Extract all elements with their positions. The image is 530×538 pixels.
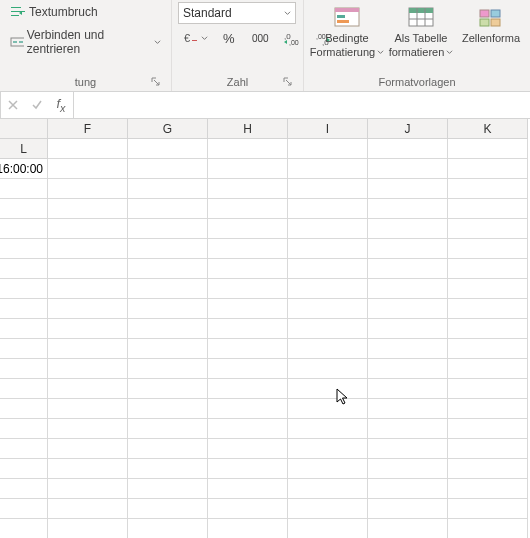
cell[interactable] (288, 299, 368, 319)
cell[interactable] (448, 439, 528, 459)
column-header[interactable]: G (128, 119, 208, 139)
cell[interactable] (208, 399, 288, 419)
cell[interactable] (128, 379, 208, 399)
cell[interactable] (368, 319, 448, 339)
cell[interactable] (368, 299, 448, 319)
cell[interactable] (208, 459, 288, 479)
cell[interactable] (48, 419, 128, 439)
cell[interactable] (48, 519, 128, 538)
row-header[interactable] (48, 459, 128, 479)
cell[interactable] (128, 359, 208, 379)
alignment-launcher[interactable] (149, 75, 163, 89)
cell[interactable] (288, 139, 368, 159)
cell[interactable] (0, 239, 48, 259)
cell[interactable] (0, 399, 48, 419)
cell[interactable] (48, 319, 128, 339)
cell[interactable] (128, 259, 208, 279)
row-header[interactable] (128, 159, 208, 179)
cell[interactable] (48, 259, 128, 279)
cell[interactable] (48, 199, 128, 219)
cell[interactable] (128, 499, 208, 519)
cell[interactable] (448, 339, 528, 359)
cell[interactable] (448, 519, 528, 538)
row-header[interactable] (288, 519, 368, 538)
cell[interactable] (0, 519, 48, 538)
cell[interactable] (448, 139, 528, 159)
row-header[interactable] (368, 219, 448, 239)
cell[interactable] (288, 439, 368, 459)
cell[interactable] (208, 439, 288, 459)
insert-function-button[interactable]: fx (49, 93, 73, 118)
cell[interactable] (208, 239, 288, 259)
cell[interactable] (448, 459, 528, 479)
cell[interactable] (128, 239, 208, 259)
cell[interactable] (448, 479, 528, 499)
cell[interactable] (448, 419, 528, 439)
row-header[interactable] (448, 399, 528, 419)
cell[interactable]: 16:00:00 (0, 159, 48, 179)
cell[interactable] (48, 279, 128, 299)
cell[interactable] (0, 179, 48, 199)
cell[interactable] (0, 479, 48, 499)
column-header[interactable]: K (448, 119, 528, 139)
cell[interactable] (368, 279, 448, 299)
cell[interactable] (288, 339, 368, 359)
cell[interactable] (208, 219, 288, 239)
cell[interactable] (128, 279, 208, 299)
cell[interactable] (48, 359, 128, 379)
cell[interactable] (128, 519, 208, 538)
cell[interactable] (448, 299, 528, 319)
cancel-formula-button[interactable] (1, 93, 25, 118)
row-header[interactable] (448, 239, 528, 259)
cell[interactable] (128, 399, 208, 419)
column-header[interactable]: L (0, 139, 48, 159)
cell[interactable] (208, 159, 288, 179)
merge-center-button[interactable]: Verbinden und zentrieren (6, 26, 146, 58)
row-header[interactable] (0, 279, 48, 299)
cell[interactable] (288, 479, 368, 499)
cell[interactable] (208, 379, 288, 399)
cell[interactable] (288, 419, 368, 439)
cell[interactable] (368, 139, 448, 159)
cell[interactable] (368, 339, 448, 359)
column-header[interactable]: H (208, 119, 288, 139)
cell[interactable] (208, 139, 288, 159)
cell[interactable] (0, 219, 48, 239)
cell[interactable] (288, 319, 368, 339)
cell[interactable] (448, 499, 528, 519)
cell[interactable] (368, 459, 448, 479)
row-header[interactable] (368, 379, 448, 399)
cell[interactable] (288, 259, 368, 279)
cell[interactable] (448, 359, 528, 379)
row-header[interactable] (208, 339, 288, 359)
cell[interactable] (128, 439, 208, 459)
cell[interactable] (0, 419, 48, 439)
cell[interactable] (368, 479, 448, 499)
conditional-formatting-button[interactable]: Bedingte Formatierung (310, 2, 384, 74)
cell[interactable] (0, 499, 48, 519)
cell[interactable] (48, 479, 128, 499)
cell[interactable] (48, 379, 128, 399)
cell[interactable] (288, 179, 368, 199)
cell[interactable] (288, 219, 368, 239)
row-header[interactable] (128, 319, 208, 339)
cell[interactable] (448, 259, 528, 279)
cell[interactable] (208, 419, 288, 439)
cell[interactable] (48, 499, 128, 519)
cell[interactable] (48, 439, 128, 459)
increase-decimal-button[interactable]: ,0,00 (280, 28, 306, 48)
spreadsheet-grid[interactable]: FGHIJKL16:00:00 (0, 119, 530, 538)
cell[interactable] (128, 419, 208, 439)
cell[interactable] (448, 199, 528, 219)
cell[interactable] (0, 299, 48, 319)
cell[interactable] (288, 159, 368, 179)
cell[interactable] (448, 379, 528, 399)
cell[interactable] (368, 199, 448, 219)
cell[interactable] (48, 159, 128, 179)
cell[interactable] (0, 459, 48, 479)
cell[interactable] (368, 519, 448, 538)
cell[interactable] (448, 279, 528, 299)
cell[interactable] (128, 219, 208, 239)
cell[interactable] (448, 219, 528, 239)
cell[interactable] (0, 359, 48, 379)
